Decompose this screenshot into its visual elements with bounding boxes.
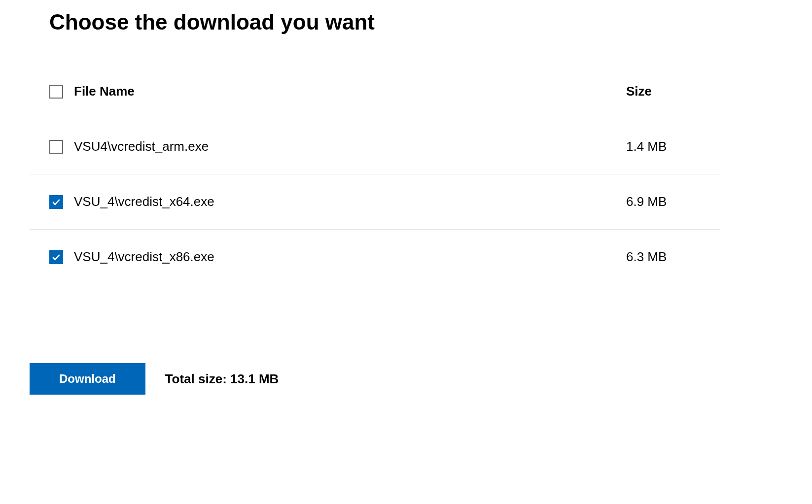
checkmark-icon <box>51 197 61 207</box>
file-checkbox-0[interactable] <box>49 140 63 154</box>
file-size: 6.3 MB <box>626 249 700 265</box>
file-size: 6.9 MB <box>626 194 700 209</box>
file-name: VSU4\vcredist_arm.exe <box>74 139 626 154</box>
file-name: VSU_4\vcredist_x86.exe <box>74 249 626 265</box>
table-header: File Name Size <box>30 74 720 119</box>
select-all-checkbox[interactable] <box>49 85 63 99</box>
total-size-label: Total size: 13.1 MB <box>165 371 279 387</box>
page-title: Choose the download you want <box>49 10 720 34</box>
table-row: VSU_4\vcredist_x86.exe 6.3 MB <box>30 230 720 284</box>
file-name: VSU_4\vcredist_x64.exe <box>74 194 626 209</box>
file-size: 1.4 MB <box>626 139 700 154</box>
download-button[interactable]: Download <box>30 363 145 395</box>
file-checkbox-1[interactable] <box>49 195 63 209</box>
column-header-size: Size <box>626 84 700 99</box>
checkmark-icon <box>51 252 61 262</box>
footer: Download Total size: 13.1 MB <box>30 363 720 395</box>
file-table: File Name Size VSU4\vcredist_arm.exe 1.4… <box>30 74 720 284</box>
column-header-name: File Name <box>74 84 626 99</box>
file-checkbox-2[interactable] <box>49 250 63 264</box>
table-row: VSU_4\vcredist_x64.exe 6.9 MB <box>30 174 720 230</box>
table-row: VSU4\vcredist_arm.exe 1.4 MB <box>30 119 720 174</box>
